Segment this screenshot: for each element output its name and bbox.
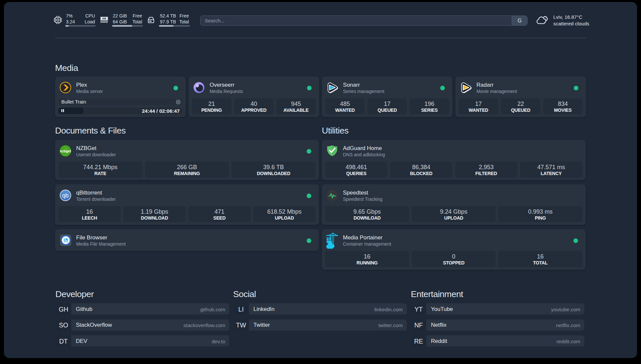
svg-text:nzbget: nzbget bbox=[60, 149, 71, 153]
svg-text:qb: qb bbox=[62, 192, 68, 199]
